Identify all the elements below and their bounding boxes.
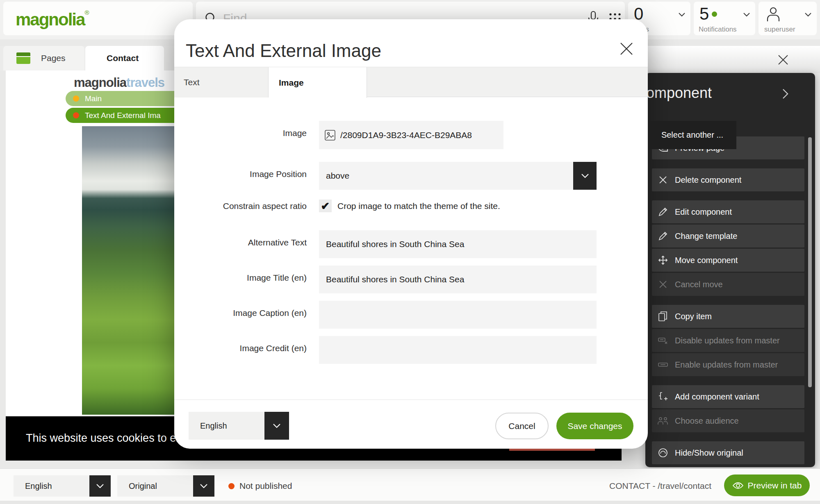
move-arrows-icon <box>658 255 668 265</box>
action-label: Choose audience <box>675 416 739 426</box>
action-delete-component[interactable]: Delete component <box>652 168 804 191</box>
magnolia-logo: magnolia® <box>16 9 89 30</box>
image-position-select[interactable]: above <box>319 162 597 190</box>
chevron-down-icon[interactable] <box>573 162 597 190</box>
action-choose-audience: Choose audience <box>652 409 804 432</box>
image-field-row: /2809D1A9-3B23-4AEC-B29ABA8 Select anoth… <box>319 121 597 149</box>
constrain-aspect-ratio-text: Crop image to match the theme of the sit… <box>337 201 500 211</box>
pages-app-icon <box>16 52 30 64</box>
select-another-button[interactable]: Select another ... <box>648 121 736 149</box>
status-bar: English Original Not published CONTACT -… <box>0 468 820 501</box>
cancel-x-icon <box>658 280 668 288</box>
component-badge-text-and-external-image[interactable]: Text And External Ima <box>66 108 187 123</box>
magnolia-logo-text: magnolia <box>16 10 84 29</box>
chevron-down-icon[interactable] <box>678 12 686 17</box>
image-caption-input[interactable] <box>319 301 597 329</box>
action-copy-item[interactable]: Copy item <box>652 305 804 328</box>
constrain-aspect-ratio-checkbox[interactable]: ✔ <box>319 200 332 212</box>
action-label: Disable updates from master <box>675 336 780 345</box>
area-badge-main[interactable]: Main <box>66 91 187 106</box>
app-screen: magnolia® 0 ks 5 Notifications <box>0 0 820 504</box>
close-icon[interactable] <box>777 54 789 66</box>
statusbar-language-select[interactable]: English <box>14 475 111 497</box>
notification-dot <box>712 11 717 17</box>
close-icon[interactable] <box>619 41 634 56</box>
tab-contact[interactable]: Contact <box>85 46 164 70</box>
image-reference-field[interactable]: /2809D1A9-3B23-4AEC-B29ABA8 <box>319 121 503 149</box>
action-label: Move component <box>675 256 738 265</box>
action-label: Copy item <box>675 312 712 321</box>
image-title-input[interactable]: Beautiful shores in South China Sea <box>319 266 597 293</box>
preview-in-tab-button[interactable]: Preview in tab <box>724 474 810 496</box>
action-move-component[interactable]: Move component <box>652 249 804 272</box>
detail-header-strip <box>622 46 820 73</box>
save-changes-button[interactable]: Save changes <box>556 413 633 439</box>
notifications-count: 5 <box>699 4 709 24</box>
checkmark-icon: ✔ <box>321 201 330 211</box>
action-edit-component[interactable]: Edit component <box>652 200 804 223</box>
field-label-image-caption: Image Caption (en) <box>188 308 307 318</box>
statusbar-version-value: Original <box>129 481 193 491</box>
magnolia-logo-card: magnolia® <box>3 2 193 35</box>
delete-x-icon <box>658 176 668 184</box>
dialog-tab-bar: Text Image <box>174 67 648 97</box>
alternative-text-input[interactable]: Beautiful shores in South China Sea <box>319 230 597 258</box>
status-dot-red <box>73 112 79 118</box>
site-logo: magnoliatravels <box>74 75 164 90</box>
user-menu[interactable]: superuser <box>758 2 817 35</box>
bottom-edge <box>0 501 820 504</box>
cancel-button[interactable]: Cancel <box>495 413 549 439</box>
action-change-template[interactable]: Change template <box>652 225 804 247</box>
preview-in-tab-label: Preview in tab <box>748 481 802 490</box>
user-icon <box>765 6 781 23</box>
image-credit-input[interactable] <box>319 336 597 364</box>
statusbar-language-value: English <box>25 481 89 491</box>
site-logo-dark: magnolia <box>74 75 126 90</box>
publish-status-text: Not published <box>239 481 292 491</box>
action-label: Add component variant <box>675 392 759 402</box>
field-label-image: Image <box>188 128 307 138</box>
chevron-down-icon[interactable] <box>89 475 111 497</box>
panel-title: omponent <box>646 84 712 102</box>
action-label: Enable updates from master <box>675 360 778 370</box>
chevron-down-icon[interactable] <box>264 412 289 440</box>
action-disable-updates: Disable updates from master <box>652 329 804 352</box>
image-position-value: above <box>326 171 349 181</box>
link-off-icon <box>658 337 668 344</box>
tab-pages[interactable]: Pages <box>3 46 84 70</box>
chevron-down-icon[interactable] <box>743 12 750 17</box>
area-badge-label: Main <box>85 94 102 103</box>
chevron-right-icon[interactable] <box>782 89 789 99</box>
dialog-footer-divider <box>174 400 648 400</box>
action-hide-show-original[interactable]: Hide/Show original <box>652 441 804 464</box>
copy-icon <box>658 311 668 321</box>
audience-people-icon <box>658 417 668 425</box>
component-badge-label: Text And External Ima <box>85 111 161 120</box>
publish-status-dot <box>228 483 235 489</box>
tab-text[interactable]: Text <box>174 67 269 98</box>
tab-image-label: Image <box>279 78 304 88</box>
tab-image[interactable]: Image <box>269 67 367 98</box>
dialog-language-value: English <box>200 421 264 431</box>
action-cancel-move: Cancel move <box>652 273 804 296</box>
tab-pages-label: Pages <box>41 53 66 63</box>
dialog-language-select[interactable]: English <box>189 412 289 440</box>
field-label-alternative-text: Alternative Text <box>188 238 307 247</box>
panel-scrollbar[interactable] <box>808 137 812 387</box>
action-label: Edit component <box>675 207 732 217</box>
registered-mark: ® <box>84 9 89 16</box>
field-label-image-position: Image Position <box>188 169 307 179</box>
field-label-constrain-aspect-ratio: Constrain aspect ratio <box>188 201 307 211</box>
notifications-label: Notifications <box>699 25 737 34</box>
chevron-down-icon[interactable] <box>193 475 214 497</box>
action-add-component-variant[interactable]: Add component variant <box>652 385 804 408</box>
statusbar-version-select[interactable]: Original <box>117 475 214 497</box>
component-action-list: Preview page Delete component Edit compo… <box>652 135 804 464</box>
landscape-image <box>82 126 186 415</box>
action-label: Delete component <box>675 175 741 185</box>
link-icon <box>658 362 668 368</box>
action-enable-updates: Enable updates from master <box>652 353 804 376</box>
chevron-down-icon[interactable] <box>804 12 812 17</box>
notifications-widget[interactable]: 5 Notifications <box>694 2 755 35</box>
action-label: Change template <box>675 232 737 241</box>
